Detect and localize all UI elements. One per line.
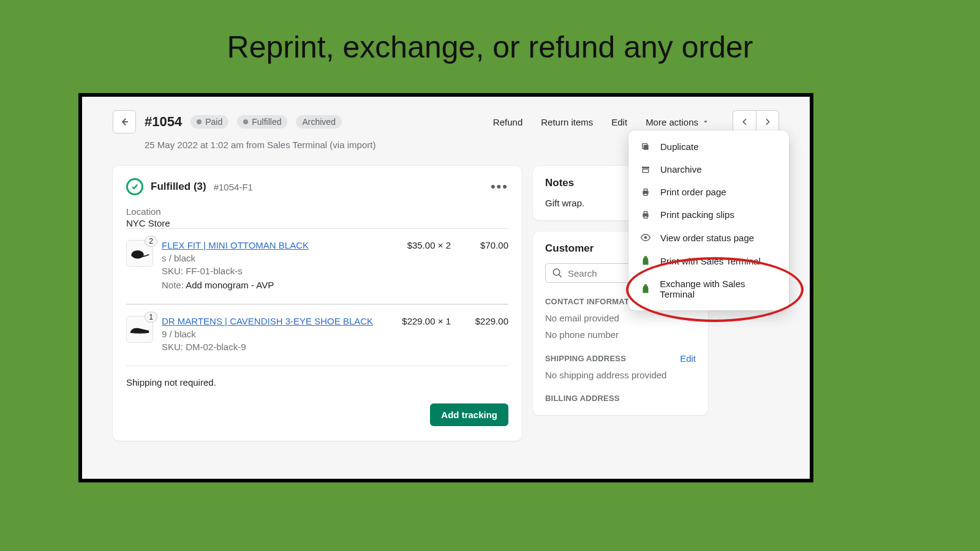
svg-rect-14 — [644, 284, 647, 286]
badge-fulfilled: Fulfilled — [237, 115, 287, 129]
variant: 9 / black — [162, 329, 375, 339]
edit-button[interactable]: Edit — [611, 117, 627, 127]
svg-rect-5 — [643, 169, 648, 172]
print-icon — [641, 210, 650, 220]
card-menu-button[interactable]: ••• — [491, 179, 508, 195]
svg-point-0 — [131, 250, 143, 259]
unarchive-icon — [641, 165, 650, 174]
line-item: 1 DR MARTENS | CAVENDISH 3-EYE SHOE BLAC… — [126, 304, 508, 363]
svg-rect-7 — [644, 189, 647, 190]
menu-exchange-terminal[interactable]: Exchange with Sales Terminal — [628, 272, 789, 305]
duplicate-icon — [641, 142, 650, 152]
svg-rect-13 — [644, 256, 647, 258]
sku: SKU: DM-02-black-9 — [162, 342, 375, 352]
return-items-button[interactable]: Return items — [541, 117, 593, 127]
menu-print-slips[interactable]: Print packing slips — [628, 203, 789, 226]
shoe-icon — [128, 323, 151, 335]
app-window: #1054 Paid Fulfilled Archived Refund Ret… — [78, 93, 813, 482]
chevron-left-icon — [740, 117, 750, 127]
billing-address-label: BILLING ADDRESS — [545, 394, 696, 403]
eye-icon — [640, 232, 651, 243]
menu-duplicate[interactable]: Duplicate — [628, 135, 789, 158]
menu-print-terminal[interactable]: Print with Sales Terminal — [628, 249, 789, 272]
chevron-right-icon — [763, 117, 772, 127]
product-thumbnail: 1 — [126, 316, 153, 343]
terminal-icon — [641, 283, 650, 294]
location-value: NYC Store — [126, 218, 508, 228]
back-button[interactable] — [113, 110, 136, 133]
arrow-left-icon — [119, 116, 130, 127]
line-total: $229.00 — [459, 316, 508, 352]
product-link[interactable]: FLEX FIT | MINI OTTOMAN BLACK — [162, 240, 375, 250]
svg-point-12 — [644, 236, 647, 239]
terminal-icon — [641, 255, 650, 266]
location-label: Location — [126, 206, 508, 217]
add-tracking-button[interactable]: Add tracking — [430, 403, 508, 426]
refund-button[interactable]: Refund — [493, 117, 522, 127]
print-icon — [641, 187, 650, 197]
search-icon — [552, 268, 563, 279]
order-number: #1054 — [145, 114, 182, 130]
more-actions-button[interactable]: More actions — [646, 117, 709, 127]
sku: SKU: FF-01-black-s — [162, 266, 375, 276]
svg-rect-2 — [644, 144, 649, 149]
shipping-note: Shipping not required. — [126, 377, 508, 388]
menu-print-order[interactable]: Print order page — [628, 181, 789, 203]
edit-shipping-button[interactable]: Edit — [680, 353, 696, 364]
no-phone: No phone number — [545, 329, 696, 340]
no-email: No email provided — [545, 313, 696, 323]
svg-point-1 — [553, 269, 560, 276]
fulfillment-id: #1054-F1 — [214, 182, 253, 192]
hat-icon — [129, 247, 150, 260]
no-shipping: No shipping address provided — [545, 370, 696, 380]
more-actions-menu: Duplicate Unarchive Print order page Pri… — [628, 130, 789, 310]
svg-rect-8 — [644, 193, 647, 195]
product-thumbnail: 2 — [126, 240, 153, 267]
badge-paid: Paid — [190, 115, 228, 129]
price-math: $35.00 × 2 — [383, 240, 451, 290]
svg-rect-4 — [642, 167, 649, 168]
badge-archived: Archived — [296, 115, 341, 129]
caret-down-icon — [702, 118, 709, 126]
svg-rect-11 — [644, 216, 647, 218]
menu-view-status[interactable]: View order status page — [628, 226, 789, 249]
price-math: $229.00 × 1 — [383, 316, 451, 352]
fulfillment-card: Fulfilled (3) #1054-F1 ••• Location NYC … — [113, 166, 522, 441]
fulfillment-title: Fulfilled (3) — [151, 181, 206, 193]
page-headline: Reprint, exchange, or refund any order — [0, 0, 980, 65]
qty-badge: 1 — [145, 312, 157, 323]
svg-rect-10 — [644, 211, 647, 213]
line-note: Note: Add monogram - AVP — [162, 280, 375, 290]
product-link[interactable]: DR MARTENS | CAVENDISH 3-EYE SHOE BLACK — [162, 316, 375, 326]
shipping-address-label: SHIPPING ADDRESS — [545, 354, 626, 363]
line-total: $70.00 — [459, 240, 508, 290]
variant: s / black — [162, 253, 375, 263]
line-item: 2 FLEX FIT | MINI OTTOMAN BLACK s / blac… — [126, 228, 508, 301]
fulfilled-check-icon — [126, 178, 143, 195]
menu-unarchive[interactable]: Unarchive — [628, 158, 789, 181]
qty-badge: 2 — [145, 236, 157, 247]
